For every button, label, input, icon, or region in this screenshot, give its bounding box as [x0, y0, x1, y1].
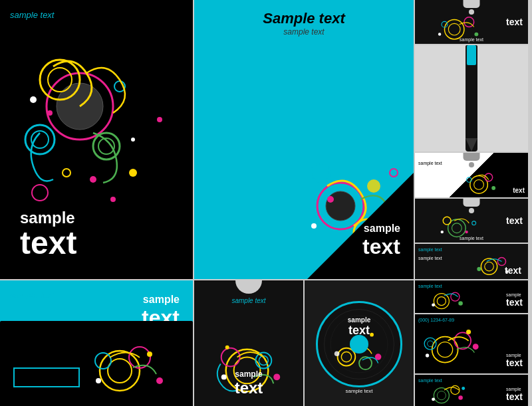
svg-point-87 — [434, 387, 449, 403]
envelope-deco — [0, 321, 193, 406]
card2-deco — [415, 153, 528, 197]
biz-card-1-text: sample text — [506, 292, 523, 308]
cover-sample-label: sample — [20, 209, 76, 227]
svg-point-19 — [326, 191, 355, 221]
svg-point-16 — [47, 110, 53, 116]
panel-biz-cards: sample text sample text — [415, 280, 528, 406]
svg-point-83 — [428, 341, 434, 347]
disc-text: sample text — [348, 316, 370, 338]
panel-cd: sample text sample text — [194, 280, 414, 406]
svg-point-48 — [477, 267, 481, 271]
biz-card-2-text: sample text — [506, 353, 523, 368]
svg-point-55 — [96, 378, 101, 383]
svg-point-28 — [444, 19, 464, 39]
biz-card-3: sample text sample text — [415, 375, 528, 406]
side-card-small-text: sample text — [418, 247, 442, 252]
envelope-address-box — [13, 367, 80, 387]
svg-point-22 — [311, 163, 330, 182]
svg-point-85 — [426, 354, 429, 357]
svg-point-3 — [48, 68, 72, 92]
panel-cover: sample text — [0, 0, 193, 279]
panel-envelope: sample text sample text — [0, 280, 193, 406]
disc-body: sample text — [316, 301, 402, 387]
tag-card-3: sample text text — [415, 199, 528, 243]
sleeve-notch — [235, 280, 262, 294]
letterhead-title: Sample text — [204, 10, 404, 27]
tag-card-2: sample text text — [415, 153, 528, 197]
card2-big-text: text — [513, 187, 525, 194]
svg-point-29 — [448, 23, 460, 35]
svg-point-8 — [114, 81, 125, 92]
svg-point-74 — [434, 294, 449, 309]
biz-card-2-top: (000) 1234-67-89 — [418, 318, 454, 322]
cover-big-text: sample text — [20, 209, 76, 259]
main-grid: sample text — [0, 0, 532, 406]
envelope-top-text: sample text — [10, 290, 54, 300]
svg-point-42 — [465, 231, 467, 233]
svg-point-33 — [438, 33, 441, 35]
card2-small-text: sample text — [418, 161, 442, 165]
svg-point-14 — [90, 176, 96, 183]
letterhead-subtitle: sample text — [204, 27, 404, 37]
svg-point-26 — [311, 223, 317, 229]
svg-point-43 — [441, 231, 444, 233]
svg-point-92 — [462, 387, 465, 390]
svg-point-44 — [472, 221, 476, 225]
svg-point-12 — [157, 117, 162, 122]
svg-point-46 — [485, 262, 494, 271]
side-card-text: text — [505, 265, 521, 276]
svg-point-27 — [390, 169, 398, 177]
disc-bottom-text: sample text — [346, 388, 373, 394]
cd-disc: sample text sample text — [305, 280, 414, 406]
svg-point-78 — [432, 303, 435, 306]
svg-point-60 — [255, 353, 271, 369]
svg-point-72 — [334, 351, 340, 356]
letterhead-bottom-text: sample text — [362, 223, 400, 259]
svg-point-17 — [131, 138, 135, 142]
svg-point-32 — [474, 33, 478, 37]
panel-letterhead: Sample text sample text sample — [194, 0, 414, 279]
svg-point-7 — [31, 131, 49, 148]
svg-point-80 — [438, 342, 453, 357]
svg-point-45 — [481, 258, 497, 274]
cover-small-text: sample text — [10, 10, 54, 20]
cover-text-label: text — [20, 227, 76, 259]
svg-point-36 — [485, 173, 493, 181]
svg-point-37 — [467, 177, 471, 182]
svg-point-90 — [458, 395, 463, 400]
svg-point-24 — [327, 196, 334, 203]
svg-point-77 — [458, 301, 463, 306]
envelope-body — [0, 321, 193, 406]
svg-point-71 — [375, 354, 382, 360]
disc-hole — [350, 335, 368, 354]
svg-point-54 — [156, 377, 163, 384]
svg-point-0 — [47, 73, 113, 140]
svg-point-10 — [129, 169, 137, 177]
svg-point-56 — [147, 352, 152, 357]
card1-small-text: sample text — [460, 37, 483, 42]
svg-point-41 — [443, 217, 451, 225]
svg-point-86 — [466, 330, 471, 334]
letterhead-header: Sample text sample text — [194, 0, 414, 47]
svg-point-23 — [367, 179, 380, 193]
svg-point-38 — [491, 186, 495, 190]
pen-panel — [415, 45, 528, 152]
svg-point-2 — [40, 60, 80, 100]
card1-text: text — [506, 17, 523, 27]
svg-point-75 — [437, 297, 446, 306]
svg-point-91 — [432, 397, 435, 401]
svg-point-9 — [32, 185, 48, 201]
svg-point-40 — [452, 223, 462, 233]
sleeve-bottom-text: sample text — [235, 369, 263, 397]
pen-shape — [466, 45, 477, 152]
panel-cards-column: sample text text sample text text — [415, 0, 528, 279]
svg-point-50 — [100, 351, 140, 391]
svg-point-6 — [25, 125, 55, 154]
tag-card-1: sample text text — [415, 0, 528, 44]
svg-point-15 — [110, 197, 116, 202]
side-card: sample text sample text text — [415, 244, 528, 279]
side-card-sample: sample text — [418, 256, 442, 260]
card3-text: text — [506, 215, 523, 226]
svg-point-35 — [474, 180, 484, 190]
svg-point-4 — [93, 133, 120, 159]
